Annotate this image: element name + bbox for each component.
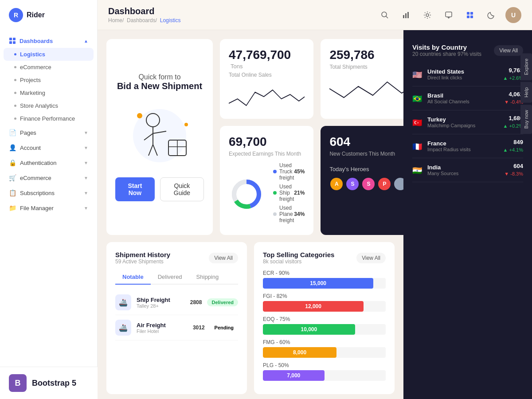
dark-mode-icon[interactable] [484,8,498,22]
side-tab-explore[interactable]: Explore [520,53,532,80]
settings-icon[interactable] [420,8,434,22]
bar-label-text: EOQ - 75% [263,316,290,322]
shipment-view-all[interactable]: View All [209,253,238,263]
bar-fill: 15,000 [263,278,373,289]
sales-label: Total Online Sales [229,72,305,78]
shipments-label: Total Shipments [329,64,403,70]
hero-buttons: Start Now Quick Guide [115,177,204,201]
earnings-number: 69,700 [229,135,267,149]
customers-label: New Customers This Month [329,151,403,157]
svg-rect-11 [467,12,469,15]
sidebar-top-item-account[interactable]: 👤 Account ▼ [0,140,97,155]
search-icon[interactable] [378,8,392,22]
nav-dot [14,117,16,120]
legend-pct: 45% [294,168,305,175]
bar-fill: 10,000 [263,324,355,335]
svg-rect-10 [446,12,452,17]
visits-view-all[interactable]: View All [494,45,523,56]
sidebar-item-marketing[interactable]: Marketing [0,86,97,99]
page-title: Dashboard [108,6,180,16]
heroes-avatars: ASSP+2 [329,177,403,191]
legend-item: Used Truck freight 45% [273,162,305,181]
right-panel: Visits by Country 20 countries share 97%… [403,30,532,399]
ship-id: 2808 [190,299,202,305]
svg-rect-8 [407,12,409,18]
tab-delivered[interactable]: Delivered [151,270,189,285]
sales-number: 47,769,700 [229,48,291,62]
chevron-icon: ▼ [84,206,88,211]
total-sales-card: 47,769,700 Tons Total Online Sales [220,39,313,119]
sidebar-top-items: 📄 Pages ▼ 👤 Account ▼ 🔒 Authentication ▼… [0,125,97,215]
sidebar-top-item-file-manager[interactable]: 📁 File Manager ▼ [0,200,97,215]
country-trend: ▲ +4.1% [503,147,523,153]
status-badge: Delivered [207,298,238,306]
quick-guide-button[interactable]: Quick Guide [160,177,204,201]
bar-fill: 12,000 [263,301,364,312]
ship-detail: Filer Hotel [137,329,188,334]
side-tabs: ExploreHelpBuy now [520,53,532,136]
country-item: 🇹🇷 Turkey Mailchimp Campaigns 1,680 ▲ +0… [412,110,523,134]
sales-chart [229,83,305,110]
user-avatar[interactable]: U [505,7,521,23]
ship-icon: 🚢 [115,320,131,336]
bar-track: 12,000 [263,301,386,312]
authentication-icon: 🔒 [9,159,16,166]
shipment-tabs: NotableDeliveredShipping [115,270,238,285]
sidebar-item-label: Finance Performance [20,115,75,122]
categories-card: Top Selling Categories 8k social visitor… [254,242,395,394]
sidebar-top-label-pages: Pages [20,129,36,136]
country-name: India [427,164,500,171]
sidebar-top-item-authentication[interactable]: 🔒 Authentication ▼ [0,155,97,170]
sidebar-item-projects[interactable]: Projects [0,74,97,86]
file-manager-icon: 📁 [9,204,16,211]
chart-icon[interactable] [399,8,413,22]
chevron-icon: ▼ [84,145,88,150]
sidebar-item-label: Logistics [20,51,45,58]
side-tab-help[interactable]: Help [520,82,532,103]
legend-dot [273,191,277,195]
grid-icon[interactable] [463,8,477,22]
tab-shipping[interactable]: Shipping [189,270,226,285]
shipment-subtitle: 59 Active Shipments [115,258,170,265]
sidebar-section-dashboards[interactable]: Dashboards ▲ [0,34,97,48]
shipments-chart [329,75,403,102]
sidebar-item-store-analytics[interactable]: Store Analytics [0,99,97,112]
country-flag: 🇧🇷 [412,95,423,102]
sidebar-top-label-authentication: Authentication [20,160,56,166]
categories-bars: ECR - 90% 15,000 FGI - 82% 12,000 EOQ - … [263,270,386,381]
hero-illustration [115,100,204,167]
country-flag: 🇺🇸 [412,71,423,78]
category-bar-row: EOQ - 75% 10,000 [263,316,386,335]
side-tab-buy-now[interactable]: Buy now [520,105,532,134]
earnings-legend: Used Truck freight 45% Used Ship freight… [273,162,305,226]
sidebar-item-ecommerce[interactable]: eCommerce [0,61,97,74]
sidebar-item-label: eCommerce [20,64,51,70]
sidebar-top-item-pages[interactable]: 📄 Pages ▼ [0,125,97,140]
svg-rect-13 [467,16,469,18]
country-trend: ▼ -8.3% [504,171,523,176]
dashboards-chevron: ▲ [84,39,88,43]
shipment-title: Shipment History [115,251,170,258]
sidebar-top-item-subscriptions[interactable]: 📋 Subscriptions ▼ [0,185,97,200]
app-name: Rider [27,11,45,19]
legend-label: Used Truck freight [279,162,294,181]
country-flag: 🇹🇷 [412,119,423,126]
country-value: 604 [504,163,523,169]
sidebar-item-logistics[interactable]: Logistics [4,48,94,61]
sidebar: R Rider Dashboards ▲ LogisticseCommerceP… [0,0,98,399]
categories-view-all[interactable]: View All [356,253,386,263]
right-top: Visits by Country 20 countries share 97%… [403,30,532,287]
sidebar-top-item-ecommerce-top[interactable]: 🛒 eCommerce ▼ [0,170,97,185]
bootstrap-icon: B [9,374,27,392]
svg-rect-2 [9,41,12,44]
chat-icon[interactable] [442,8,456,22]
visits-title: Visits by Country [412,43,481,51]
sidebar-item-finance-performance[interactable]: Finance Performance [0,112,97,125]
start-now-button[interactable]: Start Now [115,177,155,201]
country-item: 🇫🇷 France Impact Radius visits 849 ▲ +4.… [412,134,523,158]
customers-number: 604 [329,135,350,149]
svg-rect-7 [405,13,407,18]
tab-notable[interactable]: Notable [115,270,151,285]
hero-avatar [393,177,403,191]
main-area: Dashboard Home/ Dashboards/ Logistics [98,0,532,399]
